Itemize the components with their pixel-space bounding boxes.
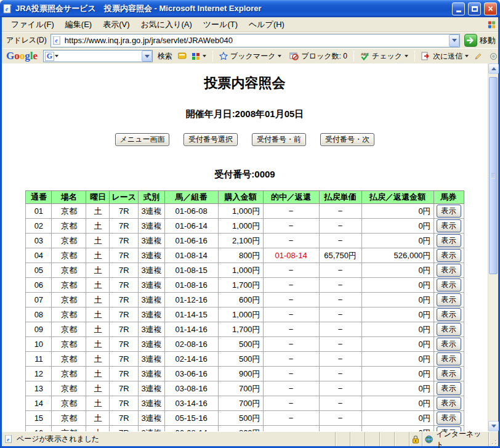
menu-item[interactable]: お気に入り(A) <box>135 17 198 32</box>
column-header: 払戻単価 <box>319 191 361 204</box>
nav-button[interactable]: 受付番号・次 <box>320 133 374 146</box>
cell-numbers: 01-14-16 <box>164 322 218 337</box>
vertical-scrollbar[interactable] <box>488 63 498 431</box>
chevron-down-icon <box>465 55 469 57</box>
ticket-show-button[interactable]: 表示 <box>437 352 461 365</box>
receipt-number: 受付番号:0009 <box>2 169 488 181</box>
menu-item[interactable]: ツール(T) <box>198 17 243 32</box>
ticket-show-button[interactable]: 表示 <box>437 323 461 336</box>
cell-day: 土 <box>86 248 110 263</box>
chevron-down-icon <box>145 55 150 58</box>
table-row: 01京都土7R3連複01-06-081,000円−−0円表示 <box>26 204 464 219</box>
cell-payout: 0円 <box>361 352 433 367</box>
ie-page-icon: e <box>4 434 14 444</box>
cell-place: 京都 <box>52 396 86 411</box>
window-title: JRA投票照会サービス 投票内容照会 - Microsoft Internet … <box>15 3 449 14</box>
resize-grip[interactable] <box>489 432 498 446</box>
cell-place: 京都 <box>52 426 86 432</box>
table-row: 05京都土7R3連複01-08-151,000円−−0円表示 <box>26 263 464 278</box>
scroll-thumb[interactable] <box>489 77 498 274</box>
settings-button[interactable]: 設定 <box>486 50 500 63</box>
send-to-button[interactable]: 次に送信 <box>418 50 472 63</box>
cell-no: 01 <box>26 204 52 219</box>
ticket-show-button[interactable]: 表示 <box>437 264 461 277</box>
ticket-show-button[interactable]: 表示 <box>437 397 461 410</box>
cell-payout: 0円 <box>361 367 433 381</box>
bookmarks-label: ブックマーク <box>230 51 275 62</box>
popup-blocker-button[interactable]: ブロック数: 0 <box>286 50 350 63</box>
scroll-up-button[interactable] <box>488 63 499 74</box>
cell-place: 京都 <box>52 263 86 278</box>
cell-place: 京都 <box>52 381 86 396</box>
cell-payout: 0円 <box>361 411 433 426</box>
go-label[interactable]: 移動 <box>480 35 496 46</box>
ticket-show-button[interactable]: 表示 <box>437 382 461 395</box>
menu-item[interactable]: ファイル(F) <box>6 17 60 32</box>
ticket-show-button[interactable]: 表示 <box>437 219 461 232</box>
ticket-show-button[interactable]: 表示 <box>437 412 461 425</box>
ticket-show-button[interactable]: 表示 <box>437 293 461 306</box>
cell-amount: 800円 <box>218 426 263 432</box>
address-dropdown-button[interactable] <box>449 35 459 47</box>
google-extras-button[interactable] <box>188 51 209 62</box>
nav-button[interactable]: メニュー画面 <box>115 133 169 146</box>
google-search-box[interactable]: G <box>43 50 153 62</box>
cell-payout: 0円 <box>361 426 433 432</box>
address-combobox[interactable]: e https://www.inq.jra.go.jp/jra/servlet/… <box>50 34 460 47</box>
cell-type: 3連複 <box>139 352 164 367</box>
google-search-button[interactable]: 検索 <box>155 50 175 63</box>
lock-icon <box>412 435 419 444</box>
autofill-pen-icon[interactable] <box>474 52 483 61</box>
nav-button[interactable]: 受付番号・前 <box>252 133 306 146</box>
status-panel <box>336 432 350 446</box>
minimize-button[interactable] <box>452 2 465 15</box>
cell-hit: − <box>263 337 319 352</box>
chevron-down-icon <box>405 55 408 57</box>
ticket-show-button[interactable]: 表示 <box>437 279 461 291</box>
cell-ticket: 表示 <box>433 219 464 234</box>
ticket-show-button[interactable]: 表示 <box>437 338 461 351</box>
ticket-show-button[interactable]: 表示 <box>437 367 461 380</box>
go-button[interactable] <box>464 34 477 47</box>
nav-button[interactable]: 受付番号選択 <box>183 133 238 146</box>
menu-item[interactable]: 編集(E) <box>60 17 97 32</box>
cell-type: 3連複 <box>139 411 164 426</box>
spellcheck-button[interactable]: ABC チェック <box>357 50 411 63</box>
cell-day: 土 <box>86 307 110 322</box>
cell-numbers: 06-08-14 <box>164 426 218 432</box>
google-search-input[interactable] <box>59 51 142 61</box>
scroll-down-button[interactable] <box>488 421 499 431</box>
cell-unit: − <box>319 322 361 337</box>
google-search-dropdown[interactable] <box>142 51 152 62</box>
ticket-show-button[interactable]: 表示 <box>437 249 461 262</box>
ticket-show-button[interactable]: 表示 <box>437 308 461 321</box>
go-group: 移動 <box>464 34 496 47</box>
ticket-show-button[interactable]: 表示 <box>437 205 461 218</box>
cell-numbers: 03-06-16 <box>164 367 218 381</box>
cell-ticket: 表示 <box>433 381 464 396</box>
cell-payout: 0円 <box>361 381 433 396</box>
cell-race: 7R <box>110 204 139 219</box>
status-message: ページが表示されました <box>17 434 99 444</box>
cell-type: 3連複 <box>139 263 164 278</box>
column-header: 式別 <box>139 191 164 204</box>
cell-race: 7R <box>110 293 139 307</box>
menu-item[interactable]: ヘルプ(H) <box>243 17 290 32</box>
cell-ticket: 表示 <box>433 352 464 367</box>
table-row: 02京都土7R3連複01-06-141,000円−−0円表示 <box>26 219 464 234</box>
cell-payout: 0円 <box>361 396 433 411</box>
bookmarks-button[interactable]: ブックマーク <box>216 50 284 63</box>
cell-hit: − <box>263 219 319 234</box>
cell-type: 3連複 <box>139 337 164 352</box>
menu-item[interactable]: 表示(V) <box>97 17 135 32</box>
chevron-down-icon <box>55 55 58 57</box>
maximize-button[interactable] <box>468 2 481 15</box>
cell-day: 土 <box>86 234 110 248</box>
ticket-show-button[interactable]: 表示 <box>437 234 461 247</box>
cell-no: 03 <box>26 234 52 248</box>
pagerank-icon[interactable] <box>177 52 187 61</box>
close-button[interactable]: × <box>484 2 497 15</box>
cell-numbers: 01-08-15 <box>164 263 218 278</box>
cell-amount: 500円 <box>218 352 263 367</box>
google-logo-letter: o <box>14 50 20 62</box>
